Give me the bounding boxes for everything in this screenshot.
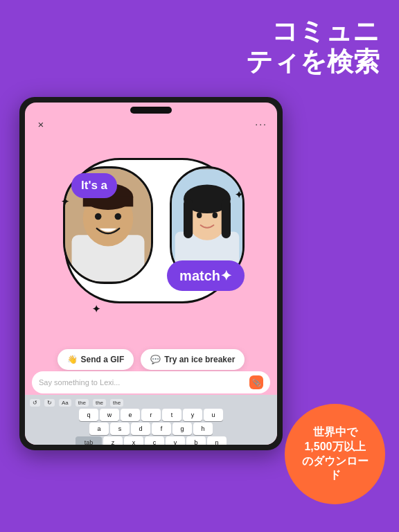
- send-gif-emoji: 👋: [67, 355, 78, 364]
- key-r[interactable]: r: [141, 409, 161, 421]
- message-placeholder[interactable]: Say something to Lexi...: [39, 378, 249, 387]
- bubble-match: match✦: [167, 260, 245, 291]
- key-row-2: a s d f g h: [27, 423, 275, 435]
- toolbar-the-2[interactable]: the: [93, 399, 106, 407]
- camera-bar: [130, 107, 172, 114]
- header-line1: コミュニ: [246, 17, 380, 47]
- profiles-container: It's a match✦ ✦ ✦ ✦: [51, 151, 251, 317]
- key-s[interactable]: s: [110, 423, 130, 435]
- toolbar-redo[interactable]: ↻: [44, 399, 55, 407]
- tablet-screen: × ···: [25, 103, 277, 445]
- match-area: It's a match✦ ✦ ✦ ✦: [25, 134, 277, 335]
- cta-line1: 世界中で: [313, 425, 357, 440]
- svg-point-6: [115, 213, 122, 220]
- svg-rect-12: [222, 199, 231, 238]
- cta-circle: 世界中で 1,500万以上 のダウンロー ド: [285, 404, 385, 504]
- send-gif-button[interactable]: 👋 Send a GIF: [57, 349, 134, 370]
- sparkle-1: ✦: [61, 196, 69, 207]
- toolbar-aa[interactable]: Aa: [59, 399, 71, 407]
- ice-breaker-label: Try an ice breaker: [164, 355, 235, 364]
- key-v[interactable]: v: [166, 436, 185, 445]
- key-d[interactable]: d: [131, 423, 150, 435]
- cta-line3: のダウンロー: [302, 454, 369, 469]
- more-button[interactable]: ···: [255, 118, 267, 130]
- keyboard-toolbar: ↺ ↻ Aa the the the: [27, 398, 275, 409]
- ice-breaker-button[interactable]: 💬 Try an ice breaker: [141, 349, 245, 370]
- key-f[interactable]: f: [152, 423, 171, 435]
- key-row-3: tab z x c v b n: [27, 436, 275, 445]
- sparkle-3: ✦: [235, 189, 243, 200]
- send-gif-label: Send a GIF: [81, 355, 125, 364]
- ice-breaker-emoji: 💬: [150, 355, 161, 364]
- message-input-area: Say something to Lexi... 📎: [32, 371, 270, 393]
- svg-rect-11: [184, 199, 193, 238]
- key-row-1: q w e r t y u: [27, 409, 275, 421]
- key-n[interactable]: n: [207, 436, 227, 445]
- header-line2: ティを検索: [246, 47, 380, 78]
- key-q[interactable]: q: [79, 409, 98, 421]
- key-t[interactable]: t: [162, 409, 181, 421]
- svg-point-14: [213, 213, 218, 219]
- key-a[interactable]: a: [89, 423, 109, 435]
- key-y[interactable]: y: [183, 409, 202, 421]
- key-u[interactable]: u: [204, 409, 223, 421]
- screen-topbar: × ···: [25, 118, 277, 130]
- toolbar-undo[interactable]: ↺: [30, 399, 40, 407]
- key-z[interactable]: z: [103, 436, 123, 445]
- key-x[interactable]: x: [124, 436, 143, 445]
- key-w[interactable]: w: [100, 409, 119, 421]
- cta-line2: 1,500万以上: [304, 440, 365, 454]
- close-button[interactable]: ×: [35, 118, 47, 130]
- bubble-its-a: It's a: [71, 173, 117, 198]
- keyboard: ↺ ↻ Aa the the the q w e r t y u a s d f: [25, 395, 277, 445]
- key-tab[interactable]: tab: [76, 436, 102, 445]
- sparkle-2: ✦: [92, 303, 100, 314]
- tablet-device: × ···: [19, 97, 283, 450]
- toolbar-the-1[interactable]: the: [76, 399, 89, 407]
- svg-rect-4: [83, 197, 133, 206]
- toolbar-the-3[interactable]: the: [110, 399, 123, 407]
- key-h[interactable]: h: [193, 423, 213, 435]
- cta-line4: ド: [330, 468, 341, 483]
- key-g[interactable]: g: [172, 423, 192, 435]
- header-text: コミュニ ティを検索: [246, 17, 380, 77]
- svg-point-13: [197, 213, 202, 219]
- key-b[interactable]: b: [186, 436, 206, 445]
- svg-point-5: [95, 213, 102, 220]
- key-e[interactable]: e: [121, 409, 140, 421]
- key-c[interactable]: c: [145, 436, 164, 445]
- action-buttons: 👋 Send a GIF 💬 Try an ice breaker: [25, 349, 277, 370]
- attachment-icon[interactable]: 📎: [249, 375, 263, 389]
